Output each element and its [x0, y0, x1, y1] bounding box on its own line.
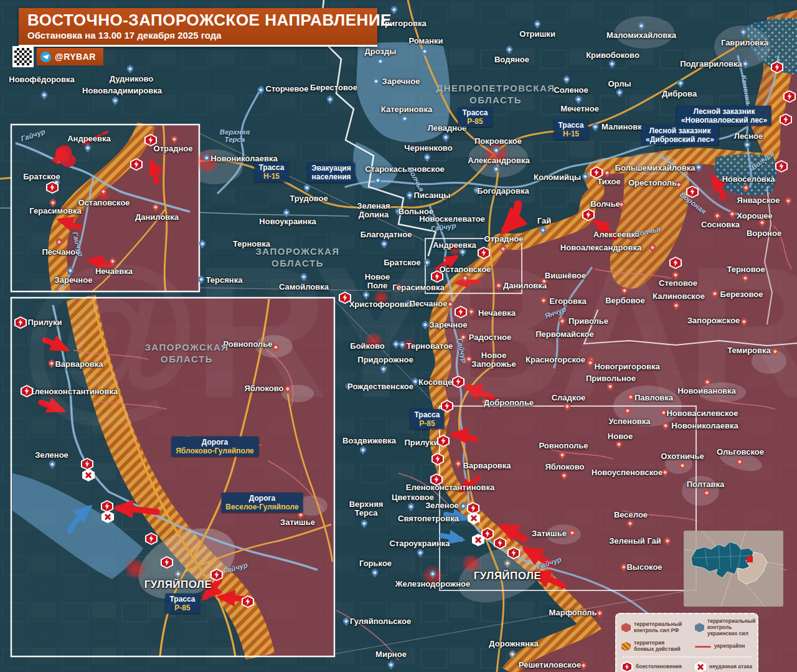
- map-pin-ukraine[interactable]: [40, 91, 48, 100]
- map-pin-ukraine[interactable]: [371, 569, 379, 577]
- map-pin-russia[interactable]: [461, 274, 469, 283]
- map-pin-ukraine[interactable]: [326, 95, 334, 104]
- map-pin-russia[interactable]: [672, 301, 680, 310]
- map-pin-russia[interactable]: [771, 348, 779, 356]
- clash-icon[interactable]: [669, 257, 682, 269]
- failed-attack-icon[interactable]: [472, 534, 484, 546]
- clash-icon[interactable]: [46, 181, 59, 194]
- map-pin-ukraine[interactable]: [608, 60, 616, 69]
- map-pin-russia[interactable]: [455, 460, 462, 468]
- clash-icon[interactable]: [775, 160, 788, 173]
- map-pin-ukraine[interactable]: [742, 60, 749, 69]
- map-pin-russia[interactable]: [152, 203, 159, 212]
- map-pin-ukraine[interactable]: [740, 28, 747, 37]
- map-pin-russia[interactable]: [714, 212, 721, 220]
- map-pin-ukraine[interactable]: [417, 549, 424, 557]
- map-pin-ukraine[interactable]: [582, 173, 589, 181]
- map-pin-neutral[interactable]: [174, 570, 182, 579]
- failed-attack-icon[interactable]: [82, 469, 95, 481]
- clash-icon[interactable]: [780, 113, 792, 126]
- brand-strip[interactable]: @RYBAR: [37, 48, 103, 65]
- clash-icon[interactable]: [771, 61, 783, 73]
- clash-icon[interactable]: [242, 595, 254, 608]
- map-pin-ukraine[interactable]: [300, 273, 308, 282]
- map-pin-ukraine[interactable]: [423, 153, 431, 162]
- clash-icon[interactable]: [455, 306, 467, 318]
- map-pin-ukraine[interactable]: [359, 446, 367, 455]
- clash-icon[interactable]: [145, 532, 158, 545]
- clash-icon[interactable]: [783, 90, 796, 103]
- clash-icon[interactable]: [441, 400, 453, 412]
- clash-icon[interactable]: [582, 209, 595, 221]
- clash-icon[interactable]: [144, 134, 157, 146]
- clash-icon[interactable]: [590, 166, 603, 179]
- map-pin-ukraine[interactable]: [374, 176, 382, 185]
- map-pin-russia[interactable]: [48, 359, 55, 368]
- map-pin-russia[interactable]: [662, 422, 669, 430]
- clash-icon[interactable]: [432, 453, 444, 465]
- map-pin-ukraine[interactable]: [401, 115, 408, 123]
- map-pin-ukraine[interactable]: [197, 275, 205, 284]
- map-pin-ukraine[interactable]: [387, 661, 395, 670]
- clash-icon[interactable]: [431, 270, 443, 283]
- map-pin-russia[interactable]: [679, 461, 686, 470]
- map-pin-ukraine[interactable]: [126, 65, 134, 73]
- map-pin-ukraine[interactable]: [361, 519, 368, 528]
- map-pin-ukraine[interactable]: [380, 365, 387, 374]
- map-pin-ukraine[interactable]: [342, 617, 350, 626]
- map-pin-russia[interactable]: [621, 286, 628, 295]
- map-pin-russia[interactable]: [742, 184, 750, 192]
- failed-attack-icon[interactable]: [468, 512, 480, 524]
- map-pin-russia[interactable]: [468, 308, 475, 316]
- map-pin-russia[interactable]: [729, 210, 736, 219]
- map-pin-russia[interactable]: [495, 282, 502, 290]
- map-pin-ukraine[interactable]: [392, 340, 400, 349]
- clash-icon[interactable]: [339, 291, 351, 304]
- map-pin-ukraine[interactable]: [84, 144, 92, 153]
- map-pin-russia[interactable]: [740, 318, 748, 326]
- map-pin-neutral[interactable]: [509, 650, 516, 659]
- map-pin-russia[interactable]: [560, 471, 568, 480]
- map-pin-russia[interactable]: [624, 407, 631, 415]
- map-pin-russia[interactable]: [171, 135, 178, 144]
- map-pin-russia[interactable]: [736, 458, 743, 466]
- map-pin-russia[interactable]: [596, 609, 603, 618]
- map-pin-russia[interactable]: [55, 238, 63, 247]
- clash-icon[interactable]: [14, 316, 27, 329]
- map-pin-ukraine[interactable]: [49, 460, 56, 469]
- map-pin-russia[interactable]: [559, 317, 566, 326]
- map-pin-russia[interactable]: [615, 440, 623, 449]
- clash-icon[interactable]: [478, 247, 490, 259]
- clash-icon[interactable]: [21, 385, 33, 397]
- map-pin-ukraine[interactable]: [534, 20, 541, 29]
- map-pin-russia[interactable]: [627, 393, 634, 402]
- map-pin-russia[interactable]: [711, 290, 719, 298]
- map-pin-ukraine[interactable]: [460, 502, 467, 511]
- map-pin-ukraine[interactable]: [743, 141, 751, 149]
- map-pin-russia[interactable]: [499, 245, 507, 253]
- map-pin-ukraine[interactable]: [592, 123, 599, 131]
- map-pin-ukraine[interactable]: [563, 75, 570, 84]
- map-pin-russia[interactable]: [284, 385, 291, 394]
- map-pin-russia[interactable]: [703, 489, 710, 498]
- clash-icon[interactable]: [437, 435, 450, 447]
- map-pin-ukraine[interactable]: [257, 86, 265, 95]
- map-pin-russia[interactable]: [606, 382, 614, 391]
- map-pin-russia[interactable]: [568, 529, 576, 537]
- clash-icon[interactable]: [686, 186, 699, 198]
- map-pin-ukraine[interactable]: [303, 184, 311, 192]
- map-pin-russia[interactable]: [564, 402, 571, 411]
- map-pin-ukraine[interactable]: [506, 45, 513, 54]
- failed-attack-icon[interactable]: [101, 511, 114, 523]
- map-pin-ukraine[interactable]: [199, 240, 206, 248]
- clash-icon[interactable]: [494, 537, 506, 549]
- situation-map[interactable]: @RYBAR ГригоровкаРоманкиДроздыОтришкиВод…: [0, 0, 797, 672]
- map-pin-russia[interactable]: [603, 169, 611, 177]
- clash-icon[interactable]: [161, 556, 173, 569]
- map-pin-russia[interactable]: [664, 537, 671, 546]
- map-pin-ukraine[interactable]: [638, 22, 645, 31]
- clash-icon[interactable]: [430, 473, 443, 486]
- map-pin-ukraine[interactable]: [362, 291, 370, 300]
- map-pin-neutral[interactable]: [504, 559, 511, 568]
- map-pin-russia[interactable]: [446, 300, 454, 309]
